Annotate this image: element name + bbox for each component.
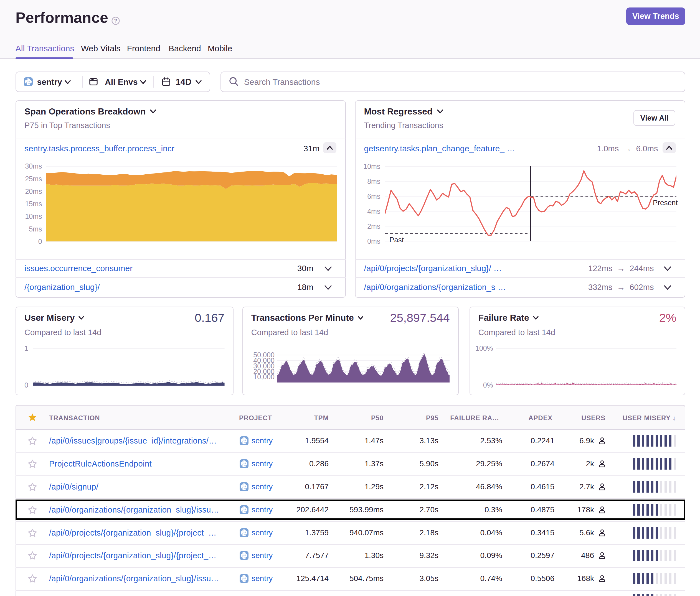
svg-text:?: ? bbox=[114, 18, 117, 24]
